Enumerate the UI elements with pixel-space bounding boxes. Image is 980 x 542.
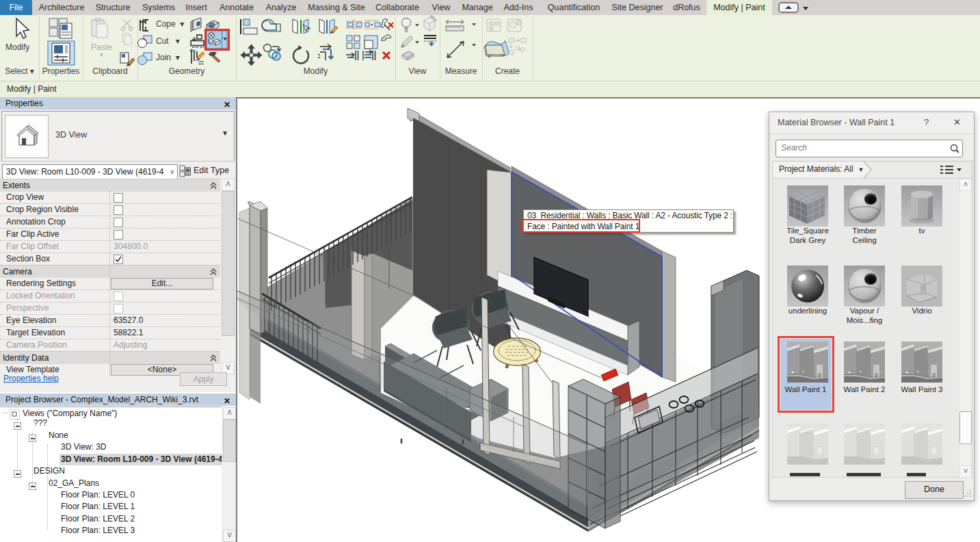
- svg-text:Wall Paint 1: Wall Paint 1: [785, 385, 827, 393]
- svg-text:Wall Paint 2: Wall Paint 2: [844, 385, 886, 393]
- svg-text:Vapour /: Vapour /: [850, 307, 879, 315]
- svg-text:Dark Grey: Dark Grey: [790, 236, 826, 244]
- svg-text:Vidrio: Vidrio: [912, 307, 931, 315]
- svg-text:tv: tv: [919, 227, 925, 235]
- svg-text:Tile_Square: Tile_Square: [786, 227, 829, 235]
- svg-text:underlining: underlining: [789, 307, 827, 315]
- svg-text:Wall Paint 3: Wall Paint 3: [901, 385, 943, 393]
- svg-text:Mois...fing: Mois...fing: [847, 316, 882, 324]
- svg-text:Timber: Timber: [852, 227, 877, 235]
- svg-text:Ceiling: Ceiling: [852, 236, 876, 244]
